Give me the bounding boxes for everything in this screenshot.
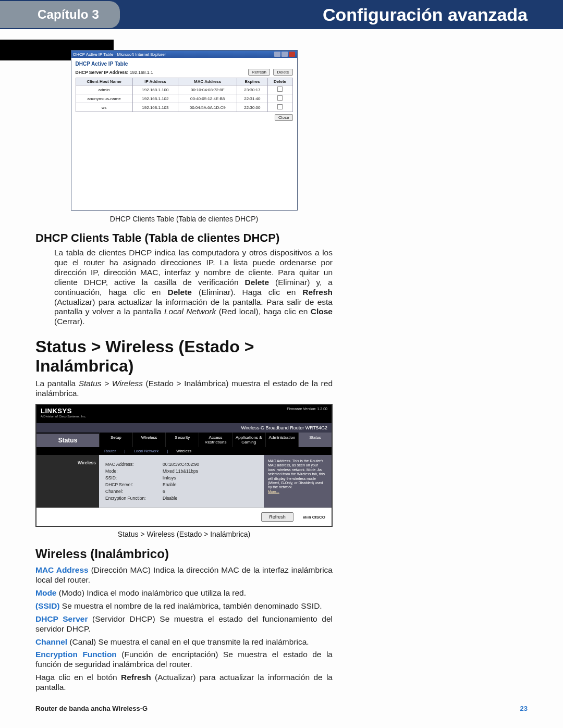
subtab-router[interactable]: Router [104, 449, 116, 453]
heading-dhcp-clients: DHCP Clients Table (Tabla de clientes DH… [35, 231, 333, 245]
tab-security[interactable]: Security [165, 433, 199, 447]
heading-wireless: Wireless (Inalámbrico) [35, 547, 333, 561]
dhcp-top-buttons: Refresh Delete [246, 69, 293, 76]
dhcp-table-title: DHCP Active IP Table [71, 58, 297, 68]
dhcp-server-label: DHCP Server IP Address: 192.168.1.1 [76, 70, 153, 75]
page-footer: Router de banda ancha Wireless-G 23 [35, 705, 528, 712]
tab-apps[interactable]: Applications & Gaming [232, 433, 265, 447]
col-ip[interactable]: IP Address [132, 78, 178, 85]
more-link[interactable]: More... [268, 490, 327, 494]
subtab-row: Router | Local Network | Wireless [36, 447, 332, 455]
col-expires[interactable]: Expires [237, 78, 267, 85]
delete-checkbox[interactable] [267, 85, 292, 94]
tab-admin[interactable]: Administration [265, 433, 299, 447]
figure-caption-dhcp: DHCP Clients Table (Tabla de clientes DH… [35, 215, 333, 223]
status-label: Status [36, 433, 99, 447]
status-fields: MAC Address:00:18:39:C4:02:90 Mode:Mixed… [99, 455, 264, 508]
heading-status-wireless: Status > Wireless (Estado > Inalámbrica) [35, 337, 333, 376]
item-dhcp: DHCP Server (Servidor DHCP) Se muestra e… [35, 614, 333, 634]
delete-button[interactable]: Delete [273, 69, 292, 76]
dhcp-clients-table: Client Host Name IP Address MAC Address … [76, 78, 293, 112]
chapter-tab: Capítulo 3 [0, 1, 120, 28]
page-header: Capítulo 3 Configuración avanzada [0, 0, 563, 29]
refresh-button[interactable]: Refresh [248, 69, 270, 76]
para-closing: Haga clic en el botón Refresh (Actualiza… [35, 673, 333, 693]
refresh-button[interactable]: Refresh [261, 512, 293, 522]
tab-wireless[interactable]: Wireless [132, 433, 166, 447]
delete-checkbox[interactable] [267, 94, 292, 103]
footer-product: Router de banda ancha Wireless-G [35, 705, 148, 712]
col-delete: Delete [267, 78, 292, 85]
product-bar: Wireless-G Broadband Router WRT54G2 [36, 423, 332, 433]
page-title: Configuración avanzada [323, 5, 528, 25]
nav-tabs: Status Setup Wireless Security Access Re… [36, 433, 332, 447]
cisco-logo: ıılıılı CISCO [303, 515, 325, 520]
page-number: 23 [520, 705, 528, 712]
window-controls [274, 52, 295, 57]
table-row: anonymous-name192.168.1.102 00:40:05:12:… [76, 94, 292, 103]
tab-status[interactable]: Status [298, 433, 332, 447]
item-mode: Mode (Modo) Indica el modo inalámbrico q… [35, 588, 333, 598]
delete-checkbox[interactable] [267, 103, 292, 112]
col-mac[interactable]: MAC Address [178, 78, 237, 85]
linksys-logo: LINKSYS [41, 407, 86, 415]
close-icon[interactable] [289, 52, 295, 57]
status-wireless-window: LINKSYS A Division of Cisco Systems, Inc… [35, 404, 333, 527]
table-header-row: Client Host Name IP Address MAC Address … [76, 78, 292, 85]
linksys-sublogo: A Division of Cisco Systems, Inc. [41, 415, 86, 418]
item-mac: MAC Address (Dirección MAC) Indica la di… [35, 565, 333, 585]
window-title-text: DHCP Active IP Table - Microsoft Interne… [74, 52, 166, 57]
firmware-label: Firmware Version: 1.2.00 [287, 407, 327, 411]
subtab-wireless[interactable]: Wireless [176, 449, 191, 453]
maximize-icon[interactable] [282, 52, 288, 57]
help-panel: MAC Address. This is the Router's MAC ad… [264, 455, 332, 508]
close-button[interactable]: Close [275, 114, 292, 121]
tab-setup[interactable]: Setup [99, 433, 132, 447]
item-ssid: (SSID) Se muestra el nombre de la red in… [35, 601, 333, 611]
item-encryption: Encryption Function (Función de encripta… [35, 650, 333, 670]
main-content: DHCP Active IP Table - Microsoft Interne… [35, 50, 333, 698]
subtab-localnet[interactable]: Local Network [134, 449, 159, 453]
minimize-icon[interactable] [274, 52, 280, 57]
status-sidebar: Wireless [36, 455, 99, 508]
col-client[interactable]: Client Host Name [76, 78, 132, 85]
window-titlebar: DHCP Active IP Table - Microsoft Interne… [71, 51, 297, 58]
table-row: ws192.168.1.103 00:04:5A:6A:1D:C922:30:0… [76, 103, 292, 112]
dhcp-clients-window: DHCP Active IP Table - Microsoft Interne… [71, 50, 298, 211]
item-channel: Channel (Canal) Se muestra el canal en e… [35, 637, 333, 647]
figure-caption-status: Status > Wireless (Estado > Inalámbrica) [35, 530, 333, 538]
table-row: admin192.168.1.100 00:10:04:08:72:8F23:3… [76, 85, 292, 94]
para-dhcp-description: La tabla de clientes DHCP indica las com… [35, 248, 333, 327]
sidebar-wireless: Wireless [40, 460, 96, 465]
tab-access[interactable]: Access Restrictions [199, 433, 232, 447]
para-status-intro: La pantalla Status > Wireless (Estado > … [35, 379, 333, 399]
